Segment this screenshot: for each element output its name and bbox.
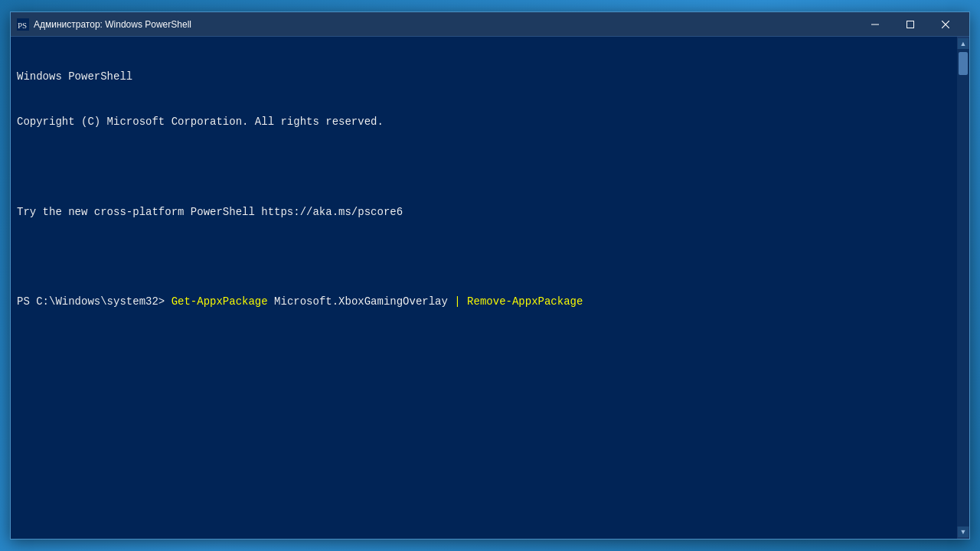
- close-button[interactable]: [928, 12, 963, 37]
- line-5: [17, 249, 951, 265]
- window-title: Администратор: Windows PowerShell: [34, 19, 191, 30]
- scroll-down-button[interactable]: ▼: [958, 527, 969, 537]
- line-1: Windows PowerShell: [17, 70, 951, 85]
- window-controls: [858, 12, 963, 37]
- titlebar-left: PS Администратор: Windows PowerShell: [17, 18, 191, 31]
- svg-rect-2: [871, 24, 879, 24]
- maximize-button[interactable]: [893, 12, 928, 37]
- scroll-up-button[interactable]: ▲: [958, 38, 969, 49]
- titlebar: PS Администратор: Windows PowerShell: [11, 12, 969, 37]
- console-content[interactable]: Windows PowerShell Copyright (C) Microso…: [11, 37, 957, 539]
- scrollbar-track[interactable]: [957, 49, 969, 527]
- svg-text:PS: PS: [18, 21, 27, 30]
- cmd-pipe: |: [454, 295, 460, 310]
- cmd-part2: Microsoft.XboxGamingOverlay: [268, 295, 455, 310]
- cmd-space: [165, 295, 171, 310]
- command-line: PS C:\Windows\system32> Get-AppxPackage …: [17, 295, 951, 310]
- line-3: [17, 160, 951, 175]
- line-2: Copyright (C) Microsoft Corporation. All…: [17, 115, 951, 130]
- console-area[interactable]: Windows PowerShell Copyright (C) Microso…: [11, 37, 969, 539]
- powershell-window: PS Администратор: Windows PowerShell: [10, 11, 970, 540]
- minimize-button[interactable]: [858, 12, 893, 37]
- line-4: Try the new cross-platform PowerShell ht…: [17, 205, 951, 220]
- scrollbar[interactable]: ▲ ▼: [957, 37, 969, 539]
- cmd-part1: Get-AppxPackage: [172, 295, 268, 310]
- cmd-part3: Remove-AppxPackage: [461, 295, 583, 310]
- svg-rect-3: [907, 21, 914, 28]
- scrollbar-thumb[interactable]: [959, 52, 968, 75]
- prompt-text: PS C:\Windows\system32>: [17, 295, 165, 310]
- powershell-icon: PS: [17, 18, 29, 31]
